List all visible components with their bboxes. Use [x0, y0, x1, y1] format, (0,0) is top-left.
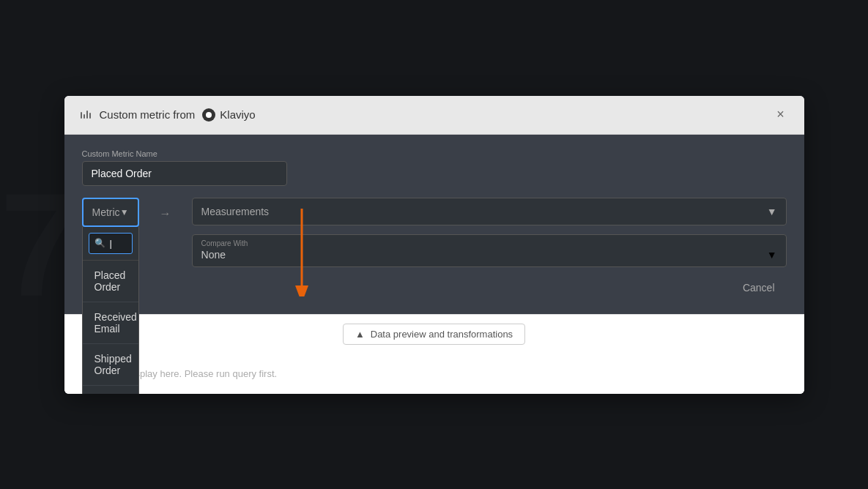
data-preview-bar: ▲ Data preview and transformations	[64, 314, 804, 354]
dropdown-item-received-email[interactable]: Received Email	[83, 302, 138, 344]
modal-header-left: Custom metric from Klaviyo	[79, 108, 256, 122]
metric-icon	[79, 108, 92, 122]
modal-overlay: Custom metric from Klaviyo × Custom Metr…	[0, 0, 868, 489]
svg-rect-1	[84, 114, 85, 119]
klaviyo-logo	[202, 108, 215, 122]
data-preview-button[interactable]: ▲ Data preview and transformations	[343, 324, 525, 345]
close-button[interactable]: ×	[772, 106, 790, 124]
dropdown-item-started-checkout[interactable]: Started Checkout	[83, 386, 138, 394]
svg-rect-3	[89, 113, 91, 119]
custom-metric-name-group: Custom Metric Name	[82, 149, 787, 186]
modal-header: Custom metric from Klaviyo ×	[64, 96, 804, 135]
compare-with-value-row: None ▼	[201, 249, 777, 261]
nothing-text: Nothing to display here. Please run quer…	[64, 354, 804, 394]
dropdown-item-shipped-order[interactable]: Shipped Order	[83, 344, 138, 386]
compare-with-dropdown[interactable]: Compare With None ▼	[192, 234, 787, 267]
dropdown-item-placed-order[interactable]: Placed Order	[83, 261, 138, 302]
measurements-label: Measurements	[201, 206, 270, 217]
measurements-chevron-icon: ▼	[767, 206, 777, 217]
controls-area: Metric ▼ 🔍 Placed Order	[82, 198, 787, 267]
svg-point-4	[206, 112, 212, 118]
data-preview-label: Data preview and transformations	[371, 329, 513, 340]
modal-title: Custom metric from	[100, 108, 196, 121]
metric-dropdown[interactable]: Metric ▼	[82, 198, 139, 227]
svg-rect-0	[81, 112, 82, 119]
search-container: 🔍	[83, 227, 138, 261]
compare-with-value: None	[201, 249, 226, 261]
compare-with-chevron-icon: ▼	[767, 249, 777, 261]
measurements-dropdown[interactable]: Measurements ▼	[192, 198, 787, 225]
cancel-button[interactable]: Cancel	[731, 276, 787, 299]
search-icon: 🔍	[94, 238, 105, 248]
measurements-section: Measurements ▼ Compare With None ▼	[192, 198, 787, 267]
klaviyo-badge: Klaviyo	[202, 108, 255, 122]
arrow-up-icon: ▲	[355, 329, 365, 340]
modal-actions: Cancel	[82, 267, 787, 299]
custom-metric-name-input[interactable]	[82, 161, 287, 186]
metric-dropdown-menu: 🔍 Placed Order Received Email Shipped Or…	[82, 227, 139, 394]
source-name: Klaviyo	[220, 108, 255, 121]
compare-with-label: Compare With	[201, 239, 777, 247]
modal-dialog: Custom metric from Klaviyo × Custom Metr…	[64, 96, 804, 394]
svg-rect-2	[86, 111, 88, 119]
modal-white-section: ▲ Data preview and transformations Nothi…	[64, 314, 804, 394]
custom-metric-name-label: Custom Metric Name	[82, 149, 787, 158]
modal-body: Custom Metric Name Metric ▼ 🔍	[64, 135, 804, 314]
search-wrapper: 🔍	[89, 233, 133, 254]
arrow-connector: →	[151, 198, 180, 230]
metric-label: Metric	[92, 206, 120, 218]
metric-section: Metric ▼ 🔍 Placed Order	[82, 198, 139, 227]
dropdown-chevron-icon: ▼	[120, 207, 129, 217]
